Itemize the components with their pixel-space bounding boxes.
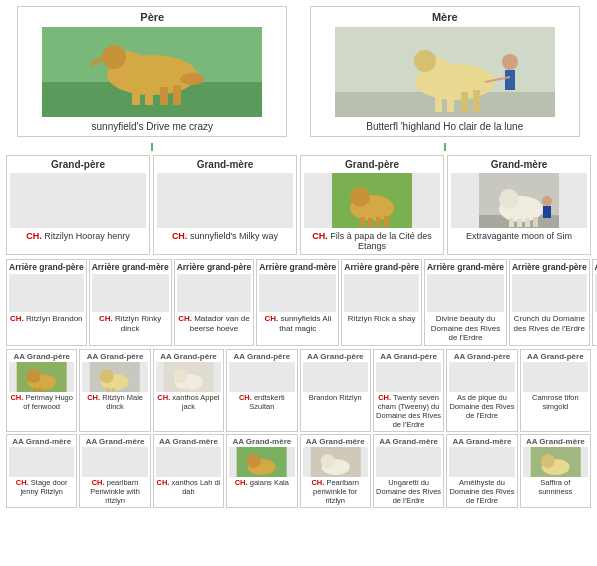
ggp0-box: Arrière grand-père CH. Ritzlyn Brandon xyxy=(6,259,87,346)
aagp-r2-7-name: Saffira of sunniness xyxy=(523,478,588,496)
gp4-title: Grand-mère xyxy=(451,159,587,170)
ggp0-title: Arrière grand-père xyxy=(9,262,84,272)
ggp6-image xyxy=(512,274,587,312)
aagp-r1-5-image xyxy=(376,362,441,392)
gp2-name: CH. sunnyfield's Milky way xyxy=(157,231,293,241)
ggp2-name: CH. Matador van de beerse hoeve xyxy=(177,314,252,333)
aagp-r1-3-box: AA Grand-père CH. erdtskerti Szultan xyxy=(226,349,297,432)
aagp-r2-3-image xyxy=(229,447,294,477)
gp4-name: Extravagante moon of Sim xyxy=(451,231,587,241)
aagp-r1-3-image xyxy=(229,362,294,392)
svg-rect-21 xyxy=(505,70,515,90)
aagp-r2-2-title: AA Grand-mère xyxy=(156,437,221,446)
pere-title: Père xyxy=(22,11,282,23)
ggp0-name: CH. Ritzlyn Brandon xyxy=(9,314,84,324)
aagp-r2-6-title: AA Grand-mère xyxy=(449,437,514,446)
aagp-r2-2-name: CH. xanthos Lah di dah xyxy=(156,478,221,496)
ggp3-box: Arrière grand-mère CH. sunnyfields Ali t… xyxy=(256,259,339,346)
svg-rect-37 xyxy=(533,217,538,227)
svg-point-47 xyxy=(100,369,114,383)
svg-rect-19 xyxy=(473,90,480,112)
svg-point-63 xyxy=(540,454,554,468)
svg-rect-7 xyxy=(160,87,168,105)
aagp-r2-1-image xyxy=(82,447,147,477)
ggp5-name: Divine beauty du Domaine des Rives de l'… xyxy=(427,314,504,343)
svg-rect-44 xyxy=(39,388,42,392)
svg-rect-34 xyxy=(509,218,514,227)
aagp-r2-5-image xyxy=(376,447,441,477)
aagp-r2-0-image xyxy=(9,447,74,477)
aagp-r2-3-title: AA Grand-mère xyxy=(229,437,294,446)
gp3-name: CH. Fils à papa de la Cité des Etangs xyxy=(304,231,440,251)
gp2-title: Grand-mère xyxy=(157,159,293,170)
aagp-r1-0-name: CH. Perimay Hugo of fenwood xyxy=(9,393,74,411)
aagp-r1-1-title: AA Grand-père xyxy=(82,352,147,361)
aagp-r1-3-name: CH. erdtskerti Szultan xyxy=(229,393,294,411)
aagp-r1-0-image xyxy=(9,362,74,392)
aagp-r2-0-name: CH. Stage door jenny Ritzlyn xyxy=(9,478,74,496)
aagp-r2-6-name: Améthyste du Domaine des Rives de l'Erdr… xyxy=(449,478,514,505)
ggp2-title: Arrière grand-père xyxy=(177,262,252,272)
aagp-r1-0-title: AA Grand-père xyxy=(9,352,74,361)
svg-point-52 xyxy=(173,369,187,383)
pere-name: sunnyfield's Drive me crazy xyxy=(22,121,282,132)
aagp-r1-5-title: AA Grand-père xyxy=(376,352,441,361)
aagp-r2-7-title: AA Grand-mère xyxy=(523,437,588,446)
gp3-title: Grand-père xyxy=(304,159,440,170)
ggp5-title: Arrière grand-mère xyxy=(427,262,504,272)
mere-title: Mère xyxy=(315,11,575,23)
ggp3-image xyxy=(259,274,336,312)
svg-rect-18 xyxy=(461,92,468,112)
aagp-r2-2-image xyxy=(156,447,221,477)
ggp5-image xyxy=(427,274,504,312)
ggp2-box: Arrière grand-père CH. Matador van de be… xyxy=(174,259,255,346)
aagp-r2-4-image xyxy=(303,447,368,477)
aagp-r1-1-name: CH. Ritzlyn Male dinck xyxy=(82,393,147,411)
aagp-r1-4-box: AA Grand-père Brandon Ritzlyn xyxy=(300,349,371,432)
aagp-r2-0-box: AA Grand-mère CH. Stage door jenny Ritzl… xyxy=(6,434,77,508)
ggp6-title: Arrière grand-père xyxy=(512,262,587,272)
aagp-r2-1-title: AA Grand-mère xyxy=(82,437,147,446)
ggp4-box: Arrière grand-père Ritzlyn Rick a shay xyxy=(341,259,422,346)
aagp-r1-6-name: As de pique du Domaine des Rives de l'Er… xyxy=(449,393,514,420)
aagp-r2-5-name: Ungaretti du Domaine des Rives de l'Erdr… xyxy=(376,478,441,505)
mere-image xyxy=(335,27,555,117)
aagp-r1-6-box: AA Grand-père As de pique du Domaine des… xyxy=(446,349,517,432)
aagp-r1-5-box: AA Grand-père CH. Twenty seven cham (Twe… xyxy=(373,349,444,432)
ggp5-box: Arrière grand-mère Divine beauty du Doma… xyxy=(424,259,507,346)
aagp-r2-7-image xyxy=(523,447,588,477)
svg-rect-35 xyxy=(517,219,522,227)
svg-point-20 xyxy=(502,54,518,70)
mere-name: Butterfl 'highland Ho clair de la lune xyxy=(315,121,575,132)
aagp-r2-0-title: AA Grand-mère xyxy=(9,437,74,446)
aagp-r2-5-box: AA Grand-mère Ungaretti du Domaine des R… xyxy=(373,434,444,508)
aagp-r1-7-title: AA Grand-père xyxy=(523,352,588,361)
aagp-r1-2-name: CH. xanthos Appel jack xyxy=(156,393,221,411)
mere-box: Mère But xyxy=(310,6,580,137)
svg-rect-39 xyxy=(543,206,551,218)
svg-rect-26 xyxy=(360,217,365,227)
aagp-r2-1-box: AA Grand-mère CH. pearlbarn Periwinkle w… xyxy=(79,434,150,508)
svg-rect-48 xyxy=(107,388,110,392)
svg-point-25 xyxy=(350,187,370,207)
aagp-r1-2-box: AA Grand-père CH. xanthos Appel jack xyxy=(153,349,224,432)
aagp-r2-3-name: CH. gaians Kala xyxy=(229,478,294,487)
aagp-r2-3-box: AA Grand-mère CH. gaians Kala xyxy=(226,434,297,508)
aagp-r2-4-name: CH. Pearlbarn periwinkle for ritzlyn xyxy=(303,478,368,505)
svg-rect-29 xyxy=(384,216,389,227)
svg-point-10 xyxy=(180,73,204,85)
gp1-name: CH. Ritzilyn Hooray henry xyxy=(10,231,146,241)
aagp-r2-2-box: AA Grand-mère CH. xanthos Lah di dah xyxy=(153,434,224,508)
svg-point-57 xyxy=(247,454,261,468)
svg-point-33 xyxy=(499,189,519,209)
aagp-r1-4-title: AA Grand-père xyxy=(303,352,368,361)
aagp-r2-5-title: AA Grand-mère xyxy=(376,437,441,446)
ggp6-name: Crunch du Domaine des Rives de l'Erdre xyxy=(512,314,587,333)
svg-rect-49 xyxy=(112,388,115,392)
ggp2-image xyxy=(177,274,252,312)
svg-rect-5 xyxy=(132,87,140,105)
aagp-r1-1-image xyxy=(82,362,147,392)
svg-rect-8 xyxy=(173,85,181,105)
aagp-r2-6-image xyxy=(449,447,514,477)
ggp7-box: Arrière grand-mère Ultrason sim of Sim xyxy=(592,259,597,346)
